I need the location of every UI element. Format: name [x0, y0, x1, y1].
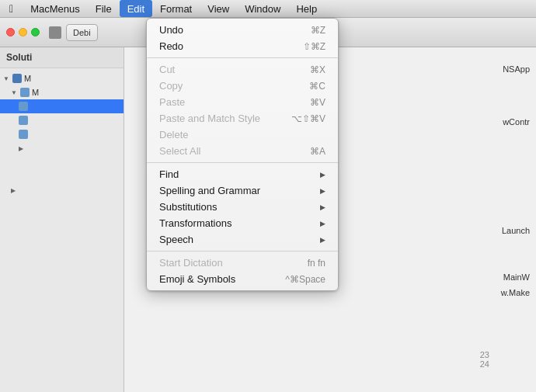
menu-item-emoji-&-symbols[interactable]: Emoji & Symbols^⌘Space: [147, 271, 338, 287]
list-item[interactable]: [0, 197, 124, 211]
expand-icon: ▼: [11, 89, 20, 96]
list-item[interactable]: [0, 127, 124, 141]
menu-item-substitutions[interactable]: Substitutions: [147, 199, 338, 215]
shortcut-label: fn fn: [308, 258, 325, 269]
shortcut-label: ⌘Z: [311, 25, 325, 36]
menu-item-label: Delete: [159, 129, 325, 140]
menubar:  MacMenus File Edit Format View Window …: [0, 0, 536, 18]
maximize-button[interactable]: [31, 28, 40, 36]
shortcut-label: ⌘V: [310, 97, 325, 108]
menu-item-paste: Paste⌘V: [147, 94, 338, 110]
menu-separator: [147, 162, 338, 163]
menubar-help[interactable]: Help: [288, 0, 325, 17]
menu-item-find[interactable]: Find: [147, 166, 338, 182]
list-item[interactable]: ▶: [0, 183, 124, 197]
stop-button[interactable]: [49, 26, 61, 39]
list-item[interactable]: [0, 169, 124, 183]
menubar-file[interactable]: File: [88, 0, 120, 17]
code-text: w.Make: [501, 288, 530, 297]
list-item[interactable]: ▶: [0, 141, 124, 155]
code-text: MainW: [503, 272, 530, 282]
shortcut-label: ^⌘Space: [285, 274, 325, 285]
menu-item-label: Paste and Match Style: [159, 113, 291, 124]
shortcut-label: ⌥⇧⌘V: [291, 113, 325, 124]
edit-menu-dropdown: Undo⌘ZRedo⇧⌘ZCut⌘XCopy⌘CPaste⌘VPaste and…: [146, 18, 339, 291]
scheme-label: Debi: [73, 28, 91, 37]
menu-item-cut: Cut⌘X: [147, 61, 338, 78]
sidebar-header: Soluti: [0, 47, 124, 68]
menu-item-paste-and-match-style: Paste and Match Style⌥⇧⌘V: [147, 110, 338, 127]
shortcut-label: ⌘X: [310, 64, 325, 75]
line-number: 24: [480, 359, 489, 369]
window-controls: [6, 28, 40, 36]
menu-item-select-all: Select All⌘A: [147, 143, 338, 159]
menu-item-label: Paste: [159, 96, 310, 108]
file-icon: [19, 102, 28, 111]
menu-item-delete: Delete: [147, 127, 338, 143]
menu-item-label: Speech: [159, 234, 320, 245]
menu-item-copy: Copy⌘C: [147, 78, 338, 94]
shortcut-label: ⇧⌘Z: [303, 41, 325, 52]
code-text: NSApp: [503, 64, 530, 74]
minimize-button[interactable]: [19, 28, 27, 36]
menu-item-redo[interactable]: Redo⇧⌘Z: [147, 38, 338, 54]
sidebar: Soluti ▼ M ▼ M ▶: [0, 47, 124, 392]
file-icon: [19, 116, 28, 125]
code-text: Launch: [502, 226, 530, 235]
menu-item-label: Copy: [159, 80, 309, 92]
menubar-view[interactable]: View: [200, 0, 237, 17]
menu-item-transformations[interactable]: Transformations: [147, 215, 338, 231]
menubar-macmenus[interactable]: MacMenus: [23, 0, 88, 17]
menu-item-label: Select All: [159, 145, 310, 157]
menu-item-label: Redo: [159, 40, 303, 52]
menubar-format[interactable]: Format: [152, 0, 200, 17]
list-item[interactable]: [0, 99, 124, 113]
menu-item-label: Cut: [159, 64, 310, 75]
expand-icon: ▶: [19, 145, 28, 152]
expand-icon: ▼: [3, 75, 12, 82]
project-icon: [12, 74, 22, 83]
menu-item-label: Substitutions: [159, 201, 320, 213]
list-item[interactable]: [0, 155, 124, 169]
shortcut-label: ⌘A: [310, 146, 325, 157]
menu-item-spelling-and-grammar[interactable]: Spelling and Grammar: [147, 182, 338, 199]
menu-item-start-dictation: Start Dictationfn fn: [147, 255, 338, 271]
list-item[interactable]: ▼ M: [0, 85, 124, 99]
menu-separator: [147, 57, 338, 58]
project-label: M: [24, 74, 31, 83]
menu-item-label: Find: [159, 168, 320, 180]
menu-item-label: Transformations: [159, 217, 320, 229]
list-item[interactable]: ▼ M: [0, 71, 124, 85]
code-text: wContr: [503, 117, 530, 127]
apple-menu[interactable]: : [0, 0, 23, 17]
menu-item-label: Emoji & Symbols: [159, 273, 285, 285]
menu-item-label: Start Dictation: [159, 257, 308, 269]
sidebar-tree: ▼ M ▼ M ▶: [0, 68, 124, 214]
file-icon: [19, 130, 28, 139]
folder-icon: [20, 88, 30, 97]
folder-label: M: [32, 88, 39, 97]
menu-item-speech[interactable]: Speech: [147, 231, 338, 248]
line-numbers: 23 24: [480, 350, 489, 369]
scheme-button[interactable]: Debi: [66, 24, 98, 41]
menubar-edit[interactable]: Edit: [120, 0, 152, 17]
menu-item-label: Spelling and Grammar: [159, 185, 320, 196]
menubar-window[interactable]: Window: [237, 0, 288, 17]
menu-item-label: Undo: [159, 24, 311, 36]
close-button[interactable]: [6, 28, 15, 36]
line-number: 23: [480, 350, 489, 359]
menu-item-undo[interactable]: Undo⌘Z: [147, 22, 338, 38]
shortcut-label: ⌘C: [309, 81, 325, 92]
menu-separator: [147, 251, 338, 252]
list-item[interactable]: [0, 113, 124, 127]
expand-icon: ▶: [11, 187, 20, 194]
